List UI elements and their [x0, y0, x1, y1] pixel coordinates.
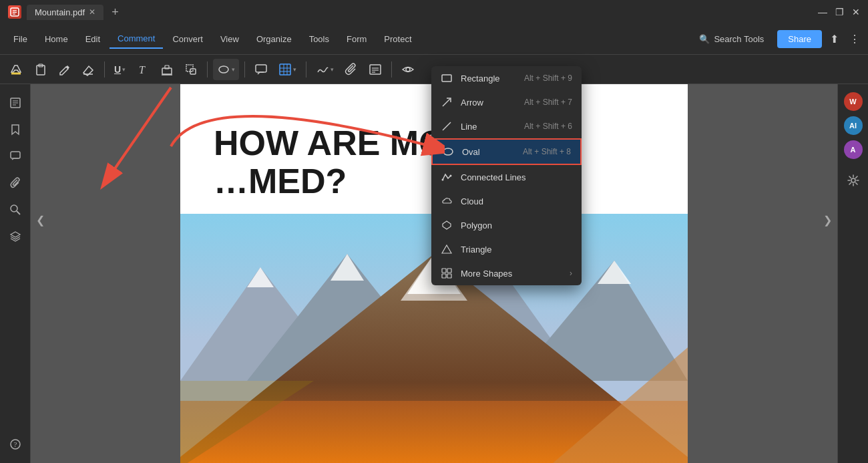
polygon-icon [441, 219, 453, 231]
eraser-tool[interactable] [77, 59, 99, 80]
dropdown-item-rectangle[interactable]: Rectangle Alt + Shift + 9 [431, 66, 582, 90]
stamp-tool[interactable] [156, 59, 178, 80]
avatar-a[interactable]: A [844, 140, 863, 159]
svg-text:?: ? [13, 440, 17, 448]
dropdown-item-more-shapes[interactable]: More Shapes › [431, 261, 582, 285]
arrow-icon [441, 96, 453, 108]
svg-point-55 [443, 148, 453, 155]
signature-tool[interactable]: ▾ [312, 59, 338, 80]
menu-view[interactable]: View [212, 30, 247, 48]
share-button[interactable]: Share [777, 30, 822, 48]
view-tool[interactable] [397, 59, 419, 80]
search-tools-button[interactable]: 🔍 Search Tools [691, 30, 772, 48]
line-icon [441, 120, 453, 132]
attachment-tool[interactable] [341, 59, 362, 80]
svg-marker-58 [443, 221, 451, 229]
sidebar-bookmarks[interactable] [5, 119, 26, 140]
minimize-button[interactable]: — [818, 7, 827, 17]
svg-rect-21 [370, 65, 381, 74]
upload-button[interactable]: ⬆ [827, 30, 841, 48]
svg-point-25 [406, 67, 410, 71]
svg-point-57 [450, 175, 452, 177]
connected-lines-icon [441, 171, 453, 183]
tab-title: Mountain.pdf [35, 7, 85, 17]
line-shortcut: Alt + Shift + 6 [524, 122, 572, 131]
sidebar-help[interactable]: ? [5, 434, 26, 455]
menu-organize[interactable]: Organize [248, 30, 300, 48]
dropdown-item-line[interactable]: Line Alt + Shift + 6 [431, 114, 582, 138]
dropdown-item-polygon[interactable]: Polygon [431, 213, 582, 237]
rectangle-shortcut: Alt + Shift + 9 [524, 73, 572, 83]
sidebar-layers[interactable] [5, 226, 26, 247]
more-shapes-icon [441, 267, 453, 279]
arrow-shortcut: Alt + Shift + 7 [524, 98, 572, 107]
line-label: Line [461, 122, 516, 132]
close-window-button[interactable]: ✕ [852, 7, 860, 17]
svg-rect-16 [280, 64, 290, 75]
avatar-w[interactable]: W [844, 92, 863, 111]
underline-tool[interactable]: U ▾ [110, 59, 130, 80]
shape-tool[interactable]: ▾ [213, 59, 239, 80]
svg-marker-59 [442, 245, 451, 253]
svg-rect-60 [442, 269, 446, 273]
menu-home[interactable]: Home [37, 30, 76, 48]
dropdown-item-connected-lines[interactable]: Connected Lines [431, 165, 582, 189]
svg-point-14 [219, 66, 228, 73]
clipboard-tool[interactable] [29, 59, 51, 80]
sidebar-attachments[interactable] [5, 172, 26, 194]
sidebar-comments[interactable] [5, 146, 26, 167]
settings-icon[interactable] [843, 170, 864, 191]
comment-tool[interactable] [250, 59, 272, 80]
menu-file[interactable]: File [5, 30, 35, 48]
dropdown-item-cloud[interactable]: Cloud [431, 189, 582, 213]
sidebar-search[interactable] [5, 199, 26, 220]
triangle-label: Triangle [461, 245, 572, 255]
pencil-tool[interactable] [53, 59, 75, 80]
oval-label: Oval [462, 147, 515, 157]
transform-tool[interactable] [180, 59, 202, 80]
table-tool[interactable]: ▾ [274, 59, 300, 80]
nav-left-button[interactable]: ❮ [31, 208, 50, 232]
svg-rect-61 [447, 269, 451, 273]
search-icon: 🔍 [699, 34, 710, 44]
nav-right-button[interactable]: ❯ [818, 208, 837, 232]
menu-tools[interactable]: Tools [301, 30, 337, 48]
expand-button[interactable]: ⋮ [847, 30, 863, 48]
divider-2 [207, 61, 208, 78]
cloud-label: Cloud [461, 196, 572, 206]
edit-text-tool[interactable] [365, 59, 386, 80]
divider-4 [306, 61, 306, 78]
rectangle-label: Rectangle [461, 73, 516, 84]
text-tool[interactable]: T [132, 59, 154, 80]
shape-dropdown-menu: Rectangle Alt + Shift + 9 Arrow Alt + Sh… [431, 66, 582, 285]
menu-comment[interactable]: Comment [110, 29, 163, 49]
svg-rect-62 [442, 274, 446, 278]
svg-rect-52 [442, 75, 451, 82]
svg-line-54 [443, 122, 451, 130]
menu-protect[interactable]: Protect [376, 30, 419, 48]
menu-bar: File Home Edit Comment Convert View Orga… [0, 24, 868, 55]
window-controls: — ❐ ✕ [818, 7, 860, 17]
avatar-ai[interactable]: AI [844, 116, 863, 135]
svg-rect-15 [256, 65, 266, 72]
svg-point-31 [11, 205, 17, 212]
tab-close-button[interactable]: ✕ [89, 7, 95, 17]
search-tools-label: Search Tools [714, 34, 764, 44]
dropdown-item-oval[interactable]: Oval Alt + Shift + 8 [431, 138, 582, 165]
menu-form[interactable]: Form [339, 30, 375, 48]
tab-mountain-pdf[interactable]: Mountain.pdf ✕ [27, 5, 103, 20]
highlight-tool[interactable] [5, 59, 27, 80]
dropdown-item-triangle[interactable]: Triangle [431, 237, 582, 261]
connected-lines-label: Connected Lines [461, 172, 572, 182]
svg-rect-63 [447, 274, 451, 278]
svg-line-53 [443, 99, 450, 106]
arrow-label: Arrow [461, 98, 516, 108]
svg-line-32 [17, 211, 20, 214]
svg-point-64 [851, 178, 855, 182]
menu-convert[interactable]: Convert [164, 30, 211, 48]
dropdown-item-arrow[interactable]: Arrow Alt + Shift + 7 [431, 90, 582, 114]
new-tab-button[interactable]: + [112, 5, 119, 19]
maximize-button[interactable]: ❐ [835, 7, 844, 17]
sidebar-pages[interactable] [5, 92, 26, 114]
menu-edit[interactable]: Edit [77, 30, 108, 48]
